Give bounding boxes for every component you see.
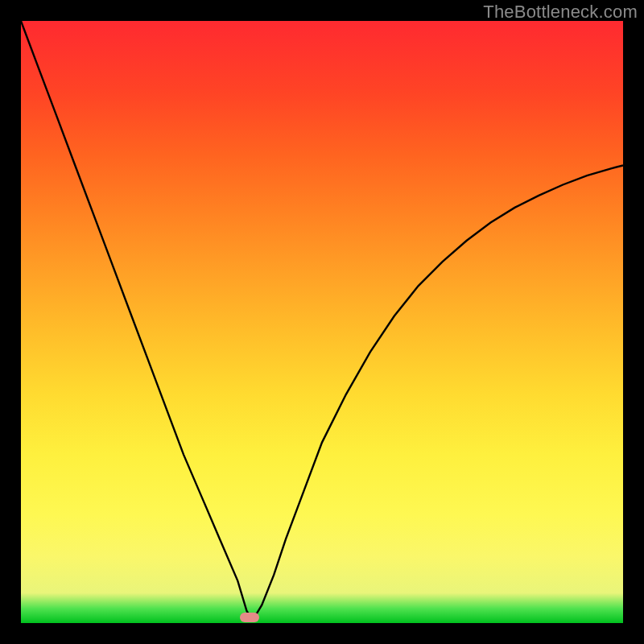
curve-svg [21, 21, 623, 623]
bottleneck-curve [21, 21, 623, 620]
chart-frame: TheBottleneck.com [0, 0, 644, 644]
plot-area [21, 21, 623, 623]
watermark-text: TheBottleneck.com [483, 2, 638, 23]
optimal-marker [240, 613, 259, 622]
